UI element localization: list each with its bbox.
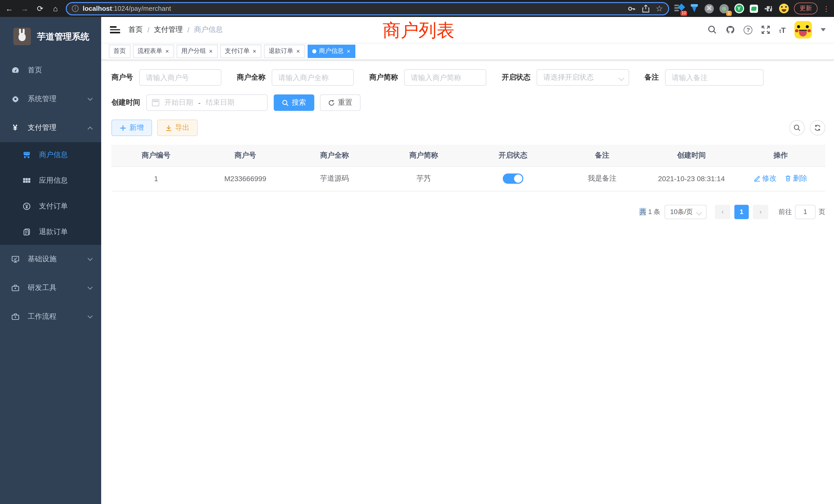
extension-y-icon[interactable]: Y — [734, 3, 744, 14]
goto-label: 前往 — [778, 207, 792, 216]
sidebar-item-app-info[interactable]: 应用信息 — [0, 168, 101, 193]
merchant-no-input[interactable] — [139, 69, 221, 86]
annotation-merchant-list: 商户列表 — [382, 19, 455, 43]
col-header: 商户简称 — [379, 145, 468, 166]
export-button[interactable]: 导出 — [157, 120, 198, 136]
reset-button[interactable]: 重置 — [320, 94, 360, 111]
extension-gem-icon[interactable] — [689, 3, 699, 14]
bookmark-star-icon[interactable]: ☆ — [656, 4, 663, 13]
chevron-down-icon — [87, 315, 93, 318]
full-name-input[interactable] — [272, 69, 354, 86]
remark-input[interactable] — [665, 69, 764, 86]
chevron-down-icon[interactable] — [821, 28, 826, 31]
start-date-placeholder[interactable]: 开始日期 — [164, 98, 193, 107]
site-info-icon[interactable]: i — [72, 5, 79, 12]
address-bar[interactable]: i localhost:1024/pay/merchant ☆ — [66, 2, 669, 15]
browser-forward-icon[interactable]: → — [20, 4, 30, 13]
extension-emoji-icon[interactable] — [778, 3, 789, 14]
browser-back-icon[interactable]: ← — [4, 4, 14, 13]
add-button[interactable]: 新增 — [111, 120, 152, 136]
edit-link[interactable]: 修改 — [754, 174, 776, 183]
navbar-right-icons: ? tT — [708, 21, 826, 39]
chevron-down-icon — [619, 76, 623, 80]
sidebar-item-infrastructure[interactable]: 基础设施 — [0, 245, 101, 274]
sidebar-logo-row[interactable]: 芋道管理系统 — [0, 17, 101, 56]
tab-process-form[interactable]: 流程表单 — [133, 44, 174, 58]
close-icon[interactable] — [252, 48, 257, 54]
tab-pay-order[interactable]: 支付订单 — [220, 44, 261, 58]
close-icon[interactable] — [346, 48, 351, 54]
table-header-row: 商户编号 商户号 商户全称 商户简称 开启状态 备注 创建时间 操作 — [111, 145, 825, 166]
browser-update-button[interactable]: 更新 — [794, 3, 817, 14]
extension-session-icon[interactable]: 1 — [719, 3, 729, 14]
close-icon[interactable] — [165, 48, 170, 54]
next-page-button[interactable]: › — [753, 205, 768, 219]
col-header: 开启状态 — [468, 145, 558, 166]
range-separator: - — [198, 98, 200, 107]
breadcrumb-item[interactable]: 首页 — [128, 25, 143, 35]
sidebar-submenu-pay: 商户信息 应用信息 支付订单 — [0, 142, 101, 245]
sidebar-item-system[interactable]: 系统管理 — [0, 85, 101, 113]
font-size-icon[interactable]: tT — [779, 25, 786, 34]
status-toggle[interactable] — [503, 174, 523, 184]
extension-blocks-icon[interactable]: 10 — [674, 3, 684, 14]
share-icon[interactable] — [642, 4, 650, 13]
refresh-table-button[interactable] — [810, 120, 825, 136]
url-text[interactable]: localhost:1024/pay/merchant — [83, 5, 171, 12]
extension-chat-icon[interactable] — [749, 3, 759, 14]
status-select[interactable]: 请选择开启状态 — [537, 69, 629, 86]
tab-refund-order[interactable]: 退款订单 — [264, 44, 305, 58]
sidebar-item-label: 研发工具 — [28, 283, 79, 293]
search-button[interactable]: 搜索 — [274, 94, 314, 111]
sidebar-item-pay[interactable]: ¥ 支付管理 — [0, 113, 101, 142]
goto-page-input[interactable] — [795, 205, 815, 219]
tab-home[interactable]: 首页 — [109, 44, 130, 58]
app-logo — [13, 28, 31, 45]
sidebar-item-refund-order[interactable]: 退款订单 — [0, 219, 101, 245]
search-icon — [282, 99, 289, 106]
sidebar-item-label: 应用信息 — [39, 176, 93, 185]
prev-page-button[interactable]: ‹ — [715, 205, 730, 219]
page-suffix: 页 — [818, 207, 825, 216]
sidebar-item-workflow[interactable]: 工作流程 — [0, 302, 101, 331]
password-key-icon[interactable] — [627, 4, 636, 13]
edit-icon — [754, 175, 761, 182]
browser-reload-icon[interactable]: ⟳ — [35, 4, 45, 13]
github-icon[interactable] — [726, 25, 735, 35]
toggle-search-button[interactable] — [789, 120, 805, 136]
end-date-placeholder[interactable]: 结束日期 — [206, 98, 235, 107]
breadcrumb-separator: / — [188, 26, 190, 34]
cell-actions: 修改 删除 — [736, 166, 826, 191]
tab-merchant-info[interactable]: 商户信息 — [308, 44, 355, 58]
sidebar-item-dev-tools[interactable]: 研发工具 — [0, 274, 101, 302]
extension-command-icon[interactable]: ⌘ — [704, 3, 714, 14]
breadcrumb-item[interactable]: 支付管理 — [154, 25, 183, 35]
cell-short-name: 芋艿 — [379, 166, 468, 191]
tab-user-group[interactable]: 用户分组 — [177, 44, 218, 58]
page-number-1[interactable]: 1 — [734, 205, 749, 219]
browser-home-icon[interactable]: ⌂ — [50, 4, 61, 13]
tags-view-bar: 首页 流程表单 用户分组 支付订单 退款订单 商户信息 — [101, 43, 834, 60]
close-icon[interactable] — [296, 48, 301, 54]
sidebar-item-home[interactable]: 首页 — [0, 56, 101, 85]
close-icon[interactable] — [208, 48, 213, 54]
sidebar-item-label: 系统管理 — [28, 94, 79, 104]
filter-label-merchant-no: 商户号 — [111, 73, 133, 82]
sidebar-item-merchant-info[interactable]: 商户信息 — [0, 142, 101, 168]
page-size-select[interactable]: 10条/页 — [664, 205, 707, 219]
chevron-down-icon — [87, 286, 93, 290]
browser-menu-icon[interactable]: ⋮ — [823, 4, 830, 13]
url-host: localhost — [83, 5, 112, 12]
fullscreen-icon[interactable] — [761, 25, 771, 35]
collapse-sidebar-icon[interactable] — [110, 25, 120, 35]
delete-link[interactable]: 删除 — [785, 174, 807, 183]
search-icon[interactable] — [708, 25, 717, 35]
sidebar-item-pay-order[interactable]: 支付订单 — [0, 193, 101, 219]
cell-id: 1 — [111, 166, 201, 191]
help-icon[interactable]: ? — [744, 25, 753, 34]
extensions-puzzle-icon[interactable] — [764, 3, 774, 14]
short-name-input[interactable] — [404, 69, 486, 86]
avatar[interactable] — [794, 21, 812, 39]
create-time-range-picker[interactable]: 开始日期 - 结束日期 — [146, 94, 267, 111]
col-header: 商户号 — [201, 145, 290, 166]
